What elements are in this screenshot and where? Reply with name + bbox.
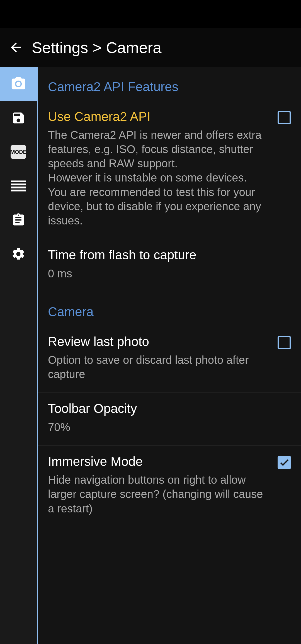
row-title: Review last photo bbox=[48, 334, 272, 349]
checkbox-use-camera2-api[interactable] bbox=[278, 111, 291, 124]
content-area: MODE Camera2 API Features bbox=[0, 67, 301, 644]
gear-icon bbox=[11, 247, 26, 261]
row-title: Immersive Mode bbox=[48, 454, 272, 469]
row-text: Toolbar Opacity 70% bbox=[48, 401, 291, 434]
status-bar bbox=[0, 0, 301, 28]
back-button[interactable] bbox=[8, 40, 23, 55]
svg-rect-2 bbox=[11, 187, 26, 188]
sidebar-item-save[interactable] bbox=[0, 101, 37, 135]
back-arrow-icon bbox=[8, 40, 23, 55]
row-flash-to-capture[interactable]: Time from flash to capture 0 ms bbox=[38, 239, 301, 292]
row-toolbar-opacity[interactable]: Toolbar Opacity 70% bbox=[38, 393, 301, 446]
sidebar-item-clipboard[interactable] bbox=[0, 203, 37, 237]
row-title: Time from flash to capture bbox=[48, 248, 285, 262]
section-title: Camera bbox=[48, 304, 291, 319]
row-title: Toolbar Opacity bbox=[48, 401, 285, 416]
row-title: Use Camera2 API bbox=[48, 109, 272, 124]
checkbox-review-last-photo[interactable] bbox=[278, 336, 291, 349]
row-value: 0 ms bbox=[48, 266, 285, 281]
camera-icon bbox=[10, 76, 26, 92]
section-header-camera: Camera bbox=[38, 292, 301, 326]
row-desc: The Camera2 API is newer and offers extr… bbox=[48, 128, 272, 228]
svg-rect-3 bbox=[11, 190, 26, 192]
row-text: Immersive Mode Hide navigation buttons o… bbox=[48, 454, 278, 515]
row-use-camera2-api[interactable]: Use Camera2 API The Camera2 API is newer… bbox=[38, 101, 301, 239]
svg-rect-0 bbox=[11, 181, 26, 183]
sidebar-item-list[interactable] bbox=[0, 169, 37, 203]
clipboard-icon bbox=[11, 213, 26, 227]
row-desc: Option to save or discard last photo aft… bbox=[48, 353, 272, 381]
check-icon bbox=[279, 457, 290, 468]
sidebar-item-camera[interactable] bbox=[0, 67, 37, 101]
sidebar-item-mode[interactable]: MODE bbox=[0, 135, 37, 169]
app-bar: Settings > Camera bbox=[0, 28, 301, 67]
page-title: Settings > Camera bbox=[32, 38, 161, 57]
checkbox-immersive-mode[interactable] bbox=[278, 456, 291, 469]
row-text: Time from flash to capture 0 ms bbox=[48, 248, 291, 281]
row-immersive-mode[interactable]: Immersive Mode Hide navigation buttons o… bbox=[38, 446, 301, 527]
section-title: Camera2 API Features bbox=[48, 79, 291, 94]
row-text: Use Camera2 API The Camera2 API is newer… bbox=[48, 109, 278, 228]
mode-icon: MODE bbox=[11, 145, 26, 159]
row-desc: Hide navigation buttons on right to allo… bbox=[48, 473, 272, 516]
list-icon bbox=[11, 180, 26, 192]
sidebar-item-settings[interactable] bbox=[0, 237, 37, 271]
row-value: 70% bbox=[48, 420, 285, 434]
settings-sidebar: MODE bbox=[0, 67, 37, 644]
row-text: Review last photo Option to save or disc… bbox=[48, 334, 278, 381]
section-header-camera2: Camera2 API Features bbox=[38, 67, 301, 101]
svg-rect-1 bbox=[11, 183, 26, 185]
save-icon bbox=[11, 111, 26, 125]
row-review-last-photo[interactable]: Review last photo Option to save or disc… bbox=[38, 326, 301, 393]
settings-main[interactable]: Camera2 API Features Use Camera2 API The… bbox=[37, 67, 301, 644]
